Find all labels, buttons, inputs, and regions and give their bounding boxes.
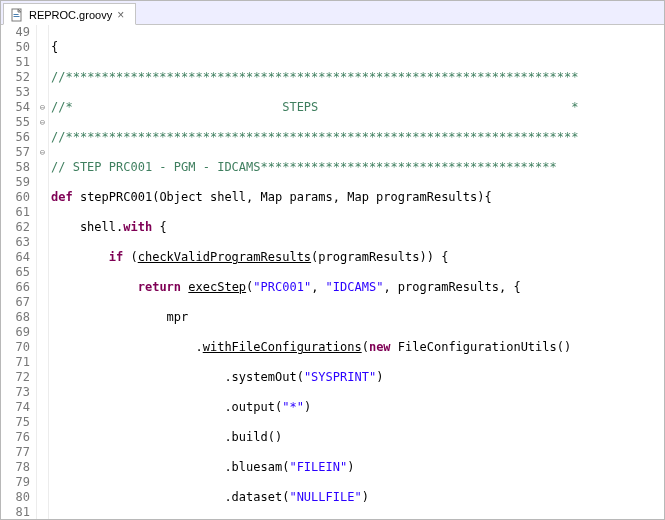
fold-marker xyxy=(37,370,48,385)
fold-marker xyxy=(37,205,48,220)
line-number: 70 xyxy=(1,340,36,355)
svg-rect-1 xyxy=(14,14,19,15)
code-line: .bluesam("FILEIN") xyxy=(51,460,664,475)
line-number: 58 xyxy=(1,160,36,175)
fold-marker xyxy=(37,55,48,70)
line-number: 72 xyxy=(1,370,36,385)
code-line: .build() xyxy=(51,430,664,445)
fold-marker xyxy=(37,70,48,85)
code-line: return execStep("PRC001", "IDCAMS", prog… xyxy=(51,280,664,295)
line-number: 61 xyxy=(1,205,36,220)
code-line: //**************************************… xyxy=(51,70,664,85)
line-number: 64 xyxy=(1,250,36,265)
line-number: 67 xyxy=(1,295,36,310)
code-line: //**************************************… xyxy=(51,130,664,145)
tab-title: REPROC.groovy xyxy=(29,9,112,21)
fold-marker xyxy=(37,220,48,235)
code-line: // STEP PRC001 - PGM - IDCAMS***********… xyxy=(51,160,664,175)
line-number: 73 xyxy=(1,385,36,400)
line-number: 62 xyxy=(1,220,36,235)
fold-marker[interactable]: ⊖ xyxy=(37,100,48,115)
fold-marker xyxy=(37,340,48,355)
tab-bar: REPROC.groovy × xyxy=(1,1,664,25)
fold-marker xyxy=(37,235,48,250)
editor-window: REPROC.groovy × 495051525354555657585960… xyxy=(0,0,665,520)
line-number: 53 xyxy=(1,85,36,100)
fold-marker xyxy=(37,250,48,265)
fold-marker xyxy=(37,265,48,280)
fold-marker xyxy=(37,25,48,40)
fold-marker xyxy=(37,280,48,295)
fold-marker xyxy=(37,40,48,55)
fold-marker xyxy=(37,430,48,445)
code-line: mpr xyxy=(51,310,664,325)
line-number: 52 xyxy=(1,70,36,85)
line-number: 76 xyxy=(1,430,36,445)
fold-marker xyxy=(37,85,48,100)
line-number: 63 xyxy=(1,235,36,250)
line-number: 78 xyxy=(1,460,36,475)
line-number: 65 xyxy=(1,265,36,280)
line-number: 59 xyxy=(1,175,36,190)
fold-marker xyxy=(37,490,48,505)
fold-marker xyxy=(37,310,48,325)
line-number: 75 xyxy=(1,415,36,430)
fold-marker xyxy=(37,355,48,370)
fold-marker xyxy=(37,130,48,145)
line-number-gutter: 4950515253545556575859606162636465666768… xyxy=(1,25,37,519)
svg-rect-2 xyxy=(14,16,20,17)
line-number: 56 xyxy=(1,130,36,145)
line-number: 54 xyxy=(1,100,36,115)
code-area[interactable]: { //************************************… xyxy=(49,25,664,519)
tab-reproc-groovy[interactable]: REPROC.groovy × xyxy=(3,3,136,25)
line-number: 49 xyxy=(1,25,36,40)
line-number: 69 xyxy=(1,325,36,340)
line-number: 68 xyxy=(1,310,36,325)
code-line: if (checkValidProgramResults(programResu… xyxy=(51,250,664,265)
fold-marker[interactable]: ⊖ xyxy=(37,115,48,130)
groovy-file-icon xyxy=(10,8,24,22)
line-number: 60 xyxy=(1,190,36,205)
line-number: 79 xyxy=(1,475,36,490)
fold-marker xyxy=(37,175,48,190)
editor-body: 4950515253545556575859606162636465666768… xyxy=(1,25,664,519)
code-line: .output("*") xyxy=(51,400,664,415)
fold-marker xyxy=(37,295,48,310)
fold-marker xyxy=(37,190,48,205)
line-number: 50 xyxy=(1,40,36,55)
code-line: { xyxy=(51,40,664,55)
line-number: 71 xyxy=(1,355,36,370)
fold-marker xyxy=(37,445,48,460)
fold-marker xyxy=(37,160,48,175)
line-number: 81 xyxy=(1,505,36,520)
line-number: 77 xyxy=(1,445,36,460)
code-line: .systemOut("SYSPRINT") xyxy=(51,370,664,385)
fold-marker xyxy=(37,385,48,400)
line-number: 57 xyxy=(1,145,36,160)
code-line: def stepPRC001(Object shell, Map params,… xyxy=(51,190,664,205)
code-line: .dataset("NULLFILE") xyxy=(51,490,664,505)
fold-marker[interactable]: ⊖ xyxy=(37,145,48,160)
fold-marker xyxy=(37,475,48,490)
folding-gutter[interactable]: ⊖⊖⊖ xyxy=(37,25,49,519)
fold-marker xyxy=(37,460,48,475)
line-number: 80 xyxy=(1,490,36,505)
line-number: 74 xyxy=(1,400,36,415)
code-line: shell.with { xyxy=(51,220,664,235)
code-line: .withFileConfigurations(new FileConfigur… xyxy=(51,340,664,355)
fold-marker xyxy=(37,400,48,415)
code-line: //* STEPS * xyxy=(51,100,664,115)
line-number: 55 xyxy=(1,115,36,130)
fold-marker xyxy=(37,325,48,340)
fold-marker xyxy=(37,505,48,520)
line-number: 51 xyxy=(1,55,36,70)
line-number: 66 xyxy=(1,280,36,295)
close-icon[interactable]: × xyxy=(117,10,127,20)
fold-marker xyxy=(37,415,48,430)
